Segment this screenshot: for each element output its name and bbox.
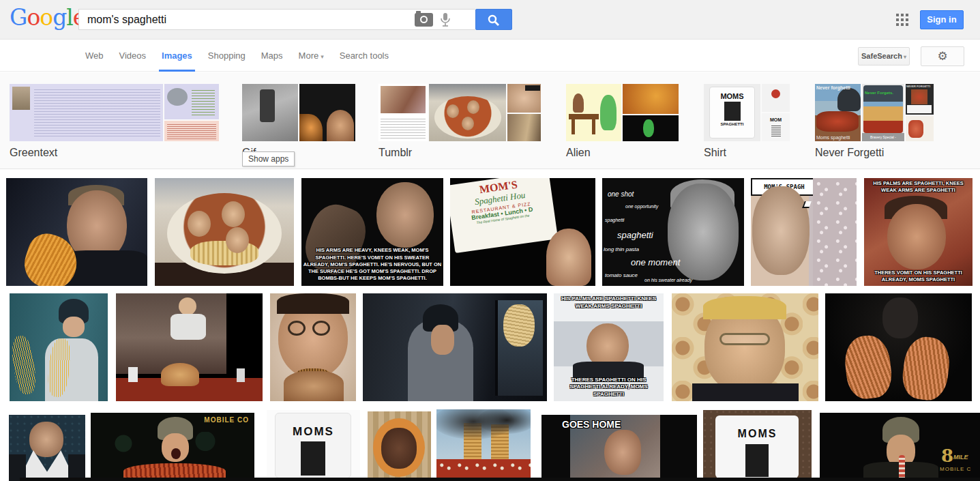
thumbnail: MOM — [762, 113, 790, 141]
category-gif[interactable]: Gif — [242, 84, 355, 159]
result-image-dinner-table-scene[interactable] — [116, 293, 263, 401]
art-shape — [908, 120, 923, 138]
chevron-down-icon: ▾ — [904, 54, 906, 60]
art-shape — [12, 87, 30, 110]
category-greentext[interactable]: Greentext — [10, 84, 219, 159]
thumbnail — [242, 84, 298, 141]
result-image-lyrics-meme[interactable]: HIS ARMS ARE HEAVY, KNEES WEAK, MOM'S SP… — [301, 178, 443, 286]
category-never-forgetti[interactable]: Never forghetti Moms spaghetti Never For… — [815, 84, 934, 159]
logo-letter: g — [53, 4, 66, 31]
word-label: spaghetti — [605, 218, 624, 222]
apps-grid-icon[interactable] — [896, 14, 909, 27]
restaurant-sign: MOM'S Spaghetti Hou RESTAURANT & PIZZ Br… — [450, 178, 558, 253]
thumbnail — [507, 114, 541, 141]
result-image-eminem-spaghetti-mouth[interactable] — [6, 178, 147, 286]
result-image-eminem-wink-wallpaper[interactable] — [672, 293, 818, 401]
thumbnail: Never forghetti Moms spaghetti — [815, 84, 861, 141]
art-shape — [222, 201, 245, 227]
neon-sign-text: 8 — [941, 446, 953, 466]
word-label: long thin pasta — [604, 246, 639, 252]
thumbnail: MOMS SPAGHETTI — [704, 84, 760, 141]
google-logo[interactable]: Google — [10, 4, 85, 31]
logo-letter: G — [10, 4, 27, 31]
show-apps-tooltip: Show apps — [242, 151, 295, 166]
art-shape — [128, 367, 138, 382]
art-shape — [771, 124, 781, 136]
art-shape — [381, 117, 426, 139]
art-shape — [816, 111, 859, 132]
result-image-palms-spaghetti-meme[interactable]: HIS PALMS ARE SPAGHETTI KNEES WEAK ARMS … — [554, 293, 664, 401]
result-image-spaghetti-towers[interactable] — [436, 409, 531, 481]
result-image-bus-window-fork[interactable] — [363, 293, 547, 401]
thumbnail — [507, 84, 541, 113]
art-shape — [906, 23, 908, 26]
art-shape — [842, 334, 893, 400]
category-label: Shirt — [704, 147, 790, 159]
art-shape — [546, 229, 591, 286]
art-shape — [573, 93, 584, 113]
result-image-eminem-rap-spaghetti-hands[interactable] — [10, 293, 108, 401]
result-image-spaghetti-hair-guy[interactable] — [368, 411, 431, 481]
result-image-spaghetti-bowl-faces[interactable] — [155, 178, 294, 286]
tab-maps[interactable]: Maps — [261, 40, 283, 72]
result-image-glasses-guy-eating[interactable] — [270, 293, 356, 401]
category-shirt[interactable]: MOMS SPAGHETTI MOM Shirt — [704, 84, 790, 159]
art-shape — [447, 104, 459, 118]
thumbnail — [906, 116, 934, 141]
tab-more[interactable]: More▾ — [299, 40, 324, 72]
meme-caption: HIS PALMS ARE SPAGHETTI, KNEES WEAK ARMS… — [865, 180, 971, 194]
result-image-eminem-white-hoodie[interactable] — [9, 415, 85, 481]
thumb-caption: Never Forgets. — [865, 91, 893, 95]
result-image-mobile-court-night-scene[interactable]: MOBILE CO — [91, 413, 254, 481]
tab-web[interactable]: Web — [85, 40, 104, 72]
art-shape — [237, 368, 245, 382]
art-shape — [420, 16, 428, 23]
result-image-ten-guy-meme[interactable]: HIS PALMS ARE SPAGHETTI, KNEES WEAK ARMS… — [864, 178, 972, 286]
art-shape — [569, 114, 599, 119]
category-label: Never Forgetti — [815, 147, 934, 159]
safesearch-button[interactable]: SafeSearch▾ — [858, 47, 910, 65]
result-image-one-shot-words[interactable]: one shot one opportunity spaghetti spagh… — [602, 178, 744, 286]
art-shape — [10, 334, 38, 395]
tab-search-tools[interactable]: Search tools — [340, 40, 389, 72]
search-input[interactable] — [79, 10, 400, 29]
art-shape — [906, 18, 908, 21]
result-image-moms-shirt-brown[interactable]: MOMS — [703, 410, 812, 481]
magnifier-icon — [488, 14, 500, 27]
settings-gear-button[interactable]: ⚙ — [921, 46, 964, 66]
thumbnail — [299, 84, 355, 141]
search-box — [78, 9, 475, 30]
search-by-image-camera-icon[interactable] — [415, 13, 433, 27]
search-button[interactable] — [475, 9, 512, 30]
tab-videos[interactable]: Videos — [119, 40, 147, 72]
logo-letter: l — [66, 4, 73, 31]
tab-shopping[interactable]: Shopping — [208, 40, 246, 72]
art-shape — [301, 441, 325, 476]
shirt-print-text: MOMS — [704, 92, 760, 100]
category-tumblr[interactable]: Tumblr — [378, 84, 541, 159]
voice-search-mic-icon[interactable] — [439, 12, 452, 29]
result-image-moms-spaghetti-house-sign[interactable]: MOM'S Spaghetti Hou RESTAURANT & PIZZ Br… — [450, 178, 595, 286]
art-shape — [288, 321, 306, 336]
art-shape — [312, 321, 330, 336]
art-shape — [604, 430, 641, 475]
tab-images[interactable]: Images — [162, 40, 192, 72]
sign-in-button[interactable]: Sign in — [920, 10, 964, 29]
result-image-moms-shirt-white[interactable]: MOMS — [267, 410, 360, 481]
result-image-moms-spagh-bubble[interactable]: MOM'S SPAGH — [751, 178, 857, 286]
art-shape — [901, 23, 904, 26]
art-shape — [600, 95, 617, 130]
art-shape — [837, 88, 861, 111]
result-image-8-mile-title-scene[interactable]: 8 MILE MOBILE C — [820, 413, 980, 481]
category-alien[interactable]: Alien — [566, 84, 679, 159]
art-shape — [911, 89, 927, 104]
art-shape — [327, 110, 354, 141]
safesearch-label: SafeSearch — [861, 52, 902, 60]
result-image-goes-home-meme[interactable]: GOES HOME — [541, 415, 697, 481]
thumbnail: NEVER FORGETTI — [906, 84, 934, 115]
shirt-print-text: MOMS — [703, 428, 812, 440]
meme-caption: THERES VOMIT ON HIS SPAGHETTI ALREADY, M… — [865, 269, 971, 283]
art-shape — [907, 105, 932, 113]
result-image-dark-spaghetti-hands[interactable] — [825, 293, 972, 401]
related-categories-strip: Greentext Gif — [0, 72, 980, 169]
